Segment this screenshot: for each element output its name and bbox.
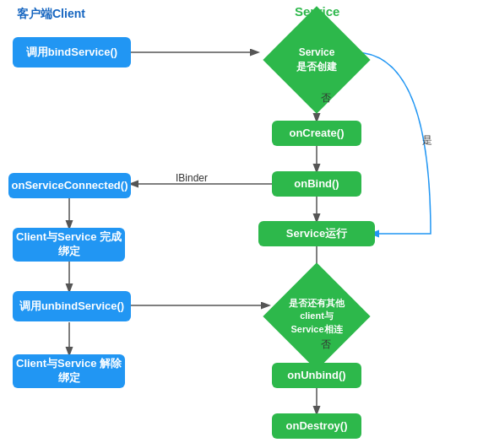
no2-label: 否 bbox=[321, 337, 331, 352]
diagram: 客户端Client Service 调用bindService() Servic… bbox=[0, 0, 483, 448]
title-client: 客户端Client bbox=[17, 7, 85, 22]
on-destroy-box: onDestroy() bbox=[272, 413, 361, 439]
on-create-box: onCreate() bbox=[272, 121, 361, 146]
client-service-bound-box: Client与Service 完成绑定 bbox=[13, 228, 125, 262]
yes-label: 是 bbox=[422, 133, 432, 148]
on-bind-box: onBind() bbox=[272, 171, 361, 197]
ibinder-label: IBinder bbox=[176, 172, 208, 184]
other-client-diamond: 是否还有其他 client与 Service相连 bbox=[274, 274, 359, 359]
unbind-service-box: 调用unbindService() bbox=[13, 291, 131, 321]
bind-service-box: 调用bindService() bbox=[13, 37, 131, 67]
service-running-box: Service运行 bbox=[258, 221, 375, 246]
on-service-connected-box: onServiceConnected() bbox=[8, 173, 131, 198]
on-unbind-box: onUnbind() bbox=[272, 363, 361, 388]
no1-label: 否 bbox=[321, 91, 331, 105]
service-decision-diamond: Service 是否创建 bbox=[272, 15, 361, 105]
client-service-unbound-box: Client与Service 解除绑定 bbox=[13, 354, 125, 388]
